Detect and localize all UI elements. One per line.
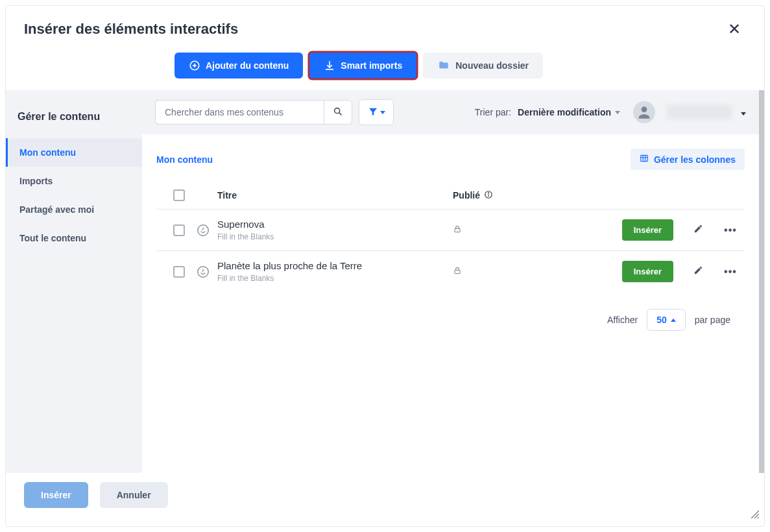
select-all-checkbox[interactable] — [173, 189, 185, 201]
row-subtitle: Fill in the Blanks — [217, 274, 453, 283]
dots-icon: ••• — [724, 224, 737, 236]
content-body: Mon contenu Gérer les colonnes Ti — [142, 134, 759, 473]
header-published-label: Publié — [453, 190, 480, 200]
resize-handle[interactable] — [749, 508, 759, 521]
sort-dropdown[interactable]: Dernière modification — [518, 107, 620, 117]
modal-body: Ajouter du contenu Smart imports Nouveau… — [6, 50, 764, 473]
modal-footer: Insérer Annuler — [6, 473, 764, 526]
smart-imports-button[interactable]: Smart imports — [309, 53, 416, 79]
sidebar-title: Gérer le contenu — [6, 103, 142, 138]
sidebar-item-label: Partagé avec moi — [19, 204, 94, 215]
row-subtitle: Fill in the Blanks — [217, 232, 453, 241]
footer-insert-button[interactable]: Insérer — [24, 482, 88, 508]
folder-icon — [437, 60, 450, 71]
filter-bar: Trier par: Dernière modification — [142, 90, 759, 134]
download-icon — [324, 60, 335, 71]
avatar[interactable] — [633, 101, 655, 123]
new-folder-button[interactable]: Nouveau dossier — [423, 53, 543, 79]
chevron-down-icon — [741, 112, 746, 115]
row-insert-button[interactable]: Insérer — [622, 261, 673, 282]
content-type-icon — [195, 264, 211, 280]
sidebar-item-tout[interactable]: Tout le contenu — [6, 224, 142, 252]
table-row: Planète la plus proche de la Terre Fill … — [156, 250, 745, 292]
table-header: Titre Publié — [156, 182, 745, 209]
modal-title: Insérer des éléments interactifs — [24, 21, 238, 38]
close-button[interactable]: ✕ — [723, 18, 746, 41]
pager-suffix: par page — [695, 315, 730, 325]
edit-button[interactable] — [690, 224, 706, 236]
svg-line-4 — [339, 112, 342, 115]
add-content-label: Ajouter du contenu — [206, 60, 289, 71]
search-icon — [333, 106, 343, 119]
table-icon — [640, 154, 649, 165]
breadcrumb[interactable]: Mon contenu — [156, 154, 213, 165]
info-icon — [484, 190, 493, 201]
header-title: Titre — [217, 190, 453, 200]
content-table: Titre Publié — [156, 182, 745, 292]
content-area: Gérer le contenu Mon contenu Imports Par… — [6, 90, 764, 473]
footer-cancel-button[interactable]: Annuler — [100, 482, 168, 508]
toolbar: Ajouter du contenu Smart imports Nouveau… — [6, 50, 764, 90]
more-button[interactable]: ••• — [723, 266, 738, 278]
svg-point-15 — [198, 266, 209, 277]
sidebar-item-label: Tout le contenu — [19, 233, 86, 243]
chevron-up-icon — [671, 319, 676, 322]
breadcrumb-row: Mon contenu Gérer les colonnes — [156, 149, 745, 170]
chevron-down-icon — [615, 111, 620, 114]
header-published: Publié — [453, 190, 570, 201]
modal-dialog: Insérer des éléments interactifs ✕ Ajout… — [5, 5, 765, 527]
sidebar: Gérer le contenu Mon contenu Imports Par… — [6, 90, 142, 473]
lock-icon — [453, 266, 462, 278]
user-icon — [636, 104, 653, 121]
svg-rect-14 — [455, 228, 460, 232]
manage-columns-button[interactable]: Gérer les colonnes — [631, 149, 745, 170]
modal-header: Insérer des éléments interactifs ✕ — [6, 6, 764, 50]
sidebar-item-mon-contenu[interactable]: Mon contenu — [6, 138, 142, 167]
edit-button[interactable] — [690, 265, 706, 278]
funnel-icon — [368, 106, 378, 119]
pencil-icon — [693, 224, 703, 234]
row-title[interactable]: Planète la plus proche de la Terre — [217, 260, 453, 271]
row-checkbox[interactable] — [173, 266, 185, 278]
pager: Afficher 50 par page — [156, 292, 745, 348]
plus-circle-icon — [189, 60, 200, 71]
row-checkbox[interactable] — [173, 224, 185, 236]
new-folder-label: Nouveau dossier — [455, 60, 529, 71]
svg-line-19 — [758, 517, 759, 518]
sort-label: Trier par: — [475, 107, 511, 117]
pager-show-label: Afficher — [607, 315, 638, 325]
pager-size-value: 50 — [656, 315, 667, 325]
content-type-icon — [195, 223, 211, 238]
main-panel: Trier par: Dernière modification Mon con… — [142, 90, 764, 473]
table-row: Supernova Fill in the Blanks Insérer — [156, 209, 745, 250]
svg-rect-6 — [641, 155, 648, 161]
sidebar-item-label: Imports — [19, 176, 53, 186]
smart-imports-label: Smart imports — [341, 60, 402, 71]
pencil-icon — [693, 265, 703, 275]
close-icon: ✕ — [728, 20, 741, 38]
user-menu-toggle[interactable] — [741, 106, 746, 118]
sidebar-item-label: Mon contenu — [19, 147, 76, 158]
svg-point-13 — [198, 224, 209, 236]
pager-size-select[interactable]: 50 — [647, 309, 686, 331]
add-content-button[interactable]: Ajouter du contenu — [174, 53, 303, 79]
row-title[interactable]: Supernova — [217, 219, 453, 230]
lock-icon — [453, 224, 462, 236]
row-insert-button[interactable]: Insérer — [622, 219, 673, 241]
svg-point-12 — [488, 192, 489, 193]
dots-icon: ••• — [724, 266, 737, 277]
sort-value-text: Dernière modification — [518, 107, 611, 117]
user-name-redacted — [667, 105, 732, 119]
manage-columns-label: Gérer les colonnes — [654, 154, 736, 165]
sidebar-item-partage[interactable]: Partagé avec moi — [6, 195, 142, 224]
svg-point-5 — [642, 106, 647, 112]
filter-button[interactable] — [359, 99, 394, 125]
more-button[interactable]: ••• — [723, 224, 738, 236]
svg-rect-16 — [455, 270, 460, 273]
search-box — [155, 100, 352, 125]
chevron-down-icon — [380, 111, 385, 114]
svg-point-3 — [335, 108, 340, 113]
sidebar-item-imports[interactable]: Imports — [6, 167, 142, 195]
search-button[interactable] — [324, 100, 352, 125]
search-input[interactable] — [155, 100, 324, 125]
